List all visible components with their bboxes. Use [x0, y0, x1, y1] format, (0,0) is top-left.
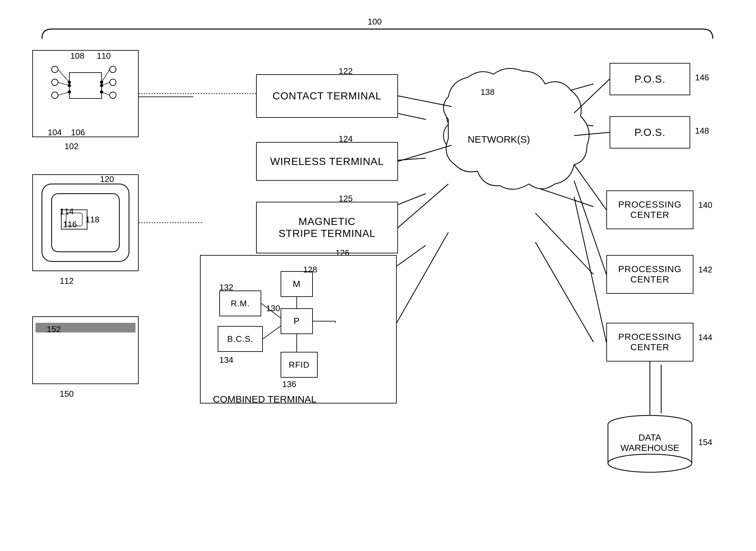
- svg-line-58: [398, 96, 452, 106]
- diagram: 100: [0, 0, 756, 551]
- processing-center-1-box: PROCESSINGCENTER: [606, 190, 693, 229]
- ref-146: 146: [695, 73, 709, 83]
- svg-point-16: [498, 142, 540, 174]
- ref-130: 130: [266, 304, 280, 314]
- svg-point-17: [477, 146, 516, 177]
- ref-126: 126: [335, 248, 349, 258]
- svg-line-37: [58, 82, 69, 85]
- svg-point-42: [68, 81, 71, 84]
- svg-line-64: [574, 165, 606, 210]
- ref-110: 110: [97, 51, 111, 61]
- wireless-terminal-box: WIRELESS TERMINAL: [256, 142, 398, 181]
- wireless-terminal-label: WIRELESS TERMINAL: [270, 155, 384, 167]
- svg-point-20: [447, 100, 482, 132]
- svg-line-4: [535, 84, 593, 100]
- m-box: M: [281, 271, 313, 297]
- ref-154: 154: [698, 437, 712, 447]
- svg-line-8: [535, 242, 593, 342]
- data-warehouse: DATAWAREHOUSE: [606, 415, 693, 473]
- ref-102: 102: [65, 141, 78, 151]
- rfid-box: RFID: [281, 352, 318, 378]
- svg-rect-35: [69, 73, 102, 98]
- svg-point-32: [110, 66, 116, 73]
- contact-terminal-box: CONTACT TERMINAL: [256, 74, 398, 118]
- ref-106: 106: [71, 127, 85, 137]
- svg-line-63: [574, 132, 610, 135]
- svg-line-61: [397, 232, 448, 323]
- svg-line-7: [535, 213, 593, 274]
- processing-center-2-box: PROCESSINGCENTER: [606, 255, 693, 294]
- svg-point-46: [100, 84, 103, 87]
- combined-terminal-label: COMBINED TERMINAL: [213, 394, 316, 405]
- ref-134: 134: [219, 355, 233, 365]
- ref-124: 124: [339, 134, 353, 144]
- svg-point-47: [100, 90, 103, 94]
- ref-128: 128: [303, 265, 317, 275]
- svg-point-21: [468, 103, 552, 155]
- svg-line-36: [58, 69, 69, 82]
- svg-line-65: [574, 181, 606, 274]
- svg-point-44: [68, 90, 71, 94]
- ref-114: 114: [60, 206, 74, 216]
- ref-122: 122: [339, 66, 353, 76]
- contact-terminal-label: CONTACT TERMINAL: [273, 90, 382, 102]
- svg-line-62: [574, 79, 610, 113]
- ref-142: 142: [698, 265, 712, 275]
- rm-box: R.M.: [219, 291, 261, 316]
- ref-100: 100: [368, 17, 382, 27]
- ref-136: 136: [282, 379, 296, 389]
- svg-point-34: [110, 92, 116, 98]
- svg-point-13: [527, 85, 563, 115]
- svg-line-59: [398, 145, 452, 161]
- magnetic-stripe-terminal-label: MAGNETICSTRIPE TERMINAL: [279, 215, 376, 239]
- ref-125: 125: [339, 194, 353, 204]
- svg-point-14: [534, 106, 569, 139]
- svg-line-66: [574, 197, 606, 342]
- ref-150-bottom: 150: [60, 389, 74, 399]
- ref-116: 116: [63, 219, 77, 229]
- svg-line-39: [102, 69, 110, 82]
- pos1-box: P.O.S.: [610, 63, 690, 95]
- svg-point-29: [52, 66, 58, 73]
- magnetic-stripe-terminal-box: MAGNETICSTRIPE TERMINAL: [256, 202, 398, 253]
- svg-point-30: [52, 79, 58, 85]
- svg-point-57: [608, 454, 692, 472]
- ref-144: 144: [698, 333, 712, 343]
- svg-line-5: [535, 119, 593, 126]
- device-102-box: [32, 50, 139, 137]
- ref-120: 120: [100, 174, 114, 184]
- ref-148: 148: [695, 126, 709, 136]
- p-box: P: [281, 308, 313, 334]
- ref-108: 108: [70, 51, 84, 61]
- svg-point-12: [505, 77, 547, 110]
- ref-152: 152: [47, 325, 61, 335]
- svg-point-45: [100, 81, 103, 84]
- svg-point-31: [52, 92, 58, 98]
- data-warehouse-label: DATAWAREHOUSE: [606, 433, 693, 453]
- processing-center-3-box: PROCESSINGCENTER: [606, 323, 693, 362]
- svg-point-43: [68, 84, 71, 87]
- pos2-box: P.O.S.: [610, 116, 690, 148]
- svg-point-33: [110, 79, 116, 85]
- ref-140: 140: [698, 200, 712, 210]
- bcs-box: B.C.S.: [218, 326, 263, 352]
- svg-line-6: [535, 187, 593, 206]
- networks-label: NETWORK(S): [468, 134, 526, 145]
- ref-104: 104: [48, 127, 62, 137]
- svg-line-38: [58, 92, 69, 95]
- ref-138: 138: [481, 87, 494, 97]
- ref-132: 132: [219, 283, 233, 293]
- svg-line-60: [398, 184, 448, 227]
- ref-112: 112: [60, 276, 74, 286]
- ref-118: 118: [85, 215, 99, 225]
